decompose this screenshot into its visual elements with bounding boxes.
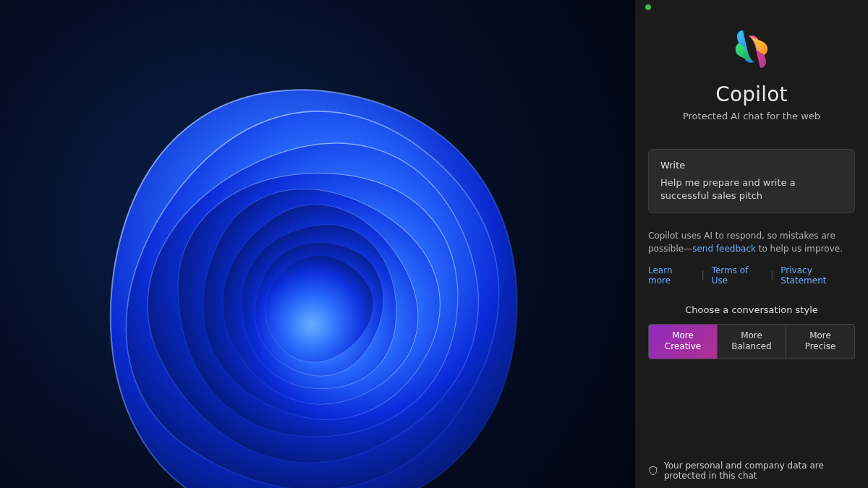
- status-dot: [645, 4, 651, 10]
- style-selector: More Creative More Balanced More Precise: [648, 324, 855, 359]
- terms-link[interactable]: Terms of Use: [712, 265, 764, 286]
- style-option-line1: More: [789, 330, 851, 341]
- style-option-line2: Balanced: [720, 341, 783, 352]
- bloom-art: [72, 47, 563, 488]
- card-title: Write: [660, 160, 843, 171]
- style-option-balanced[interactable]: More Balanced: [717, 325, 786, 359]
- desktop-wallpaper[interactable]: [0, 0, 635, 488]
- brand-subtitle: Protected AI chat for the web: [683, 111, 820, 121]
- protection-notice: Your personal and company data are prote…: [648, 448, 855, 481]
- copilot-sidebar: Copilot Protected AI chat for the web Wr…: [635, 0, 868, 488]
- brand-block: Copilot Protected AI chat for the web: [648, 26, 855, 121]
- disclaimer-text: Copilot uses AI to respond, so mistakes …: [648, 229, 855, 255]
- shield-icon: [648, 466, 658, 476]
- style-option-precise[interactable]: More Precise: [786, 325, 854, 359]
- style-option-line1: More: [652, 330, 714, 341]
- style-option-line2: Precise: [789, 341, 851, 352]
- separator: |: [702, 270, 705, 281]
- style-option-line2: Creative: [652, 341, 714, 352]
- separator: |: [770, 270, 773, 281]
- style-option-creative[interactable]: More Creative: [649, 325, 717, 359]
- card-body: Help me prepare and write a successful s…: [660, 176, 843, 202]
- disclaimer-suffix: to help us improve.: [756, 244, 843, 254]
- send-feedback-link[interactable]: send feedback: [692, 244, 756, 254]
- copilot-logo-icon: [728, 26, 775, 72]
- legal-links-row: Learn more | Terms of Use | Privacy Stat…: [648, 265, 855, 286]
- learn-more-link[interactable]: Learn more: [648, 265, 694, 286]
- brand-title: Copilot: [715, 82, 788, 106]
- style-option-line1: More: [720, 330, 783, 341]
- prompt-suggestion-card[interactable]: Write Help me prepare and write a succes…: [648, 149, 855, 213]
- protection-text: Your personal and company data are prote…: [664, 461, 855, 481]
- privacy-link[interactable]: Privacy Statement: [780, 265, 855, 286]
- style-heading: Choose a conversation style: [648, 304, 855, 315]
